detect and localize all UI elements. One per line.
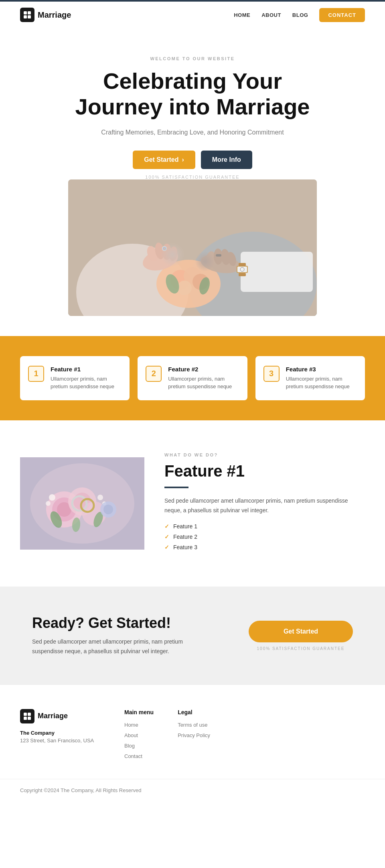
get-started-button[interactable]: Get Started › [133, 151, 195, 169]
svg-rect-4 [68, 179, 317, 316]
svg-point-51 [103, 505, 113, 514]
feature-desc-3: Ullamcorper primis, nam pretium suspendi… [286, 375, 357, 391]
logo-icon [20, 8, 34, 22]
check-icon-2: ✓ [164, 534, 169, 540]
svg-point-22 [205, 251, 216, 267]
footer-legal-heading: Legal [178, 709, 210, 715]
svg-rect-54 [24, 717, 27, 720]
svg-point-18 [168, 246, 178, 261]
footer-address: 123 Street, San Francisco, USA [20, 738, 100, 744]
footer-link-home[interactable]: Home [124, 722, 138, 728]
svg-point-5 [76, 244, 188, 316]
cta-get-started-button[interactable]: Get Started [249, 621, 353, 642]
cta-guarantee: 100% SATISFACTION GUARANTEE [249, 646, 353, 651]
footer-link-terms[interactable]: Terms of use [178, 722, 207, 728]
cta-left: Ready? Get Started! Sed pede ullamcorper… [32, 615, 233, 656]
feature-card-2: 2 Feature #2 Ullamcorper primis, nam pre… [138, 356, 247, 400]
footer-main-menu: Main menu Home About Blog Contact [124, 709, 154, 763]
feature-number-2: 2 [146, 366, 162, 382]
footer-bottom: Copyright ©2024 The Company, All Rights … [0, 779, 385, 801]
svg-point-19 [162, 247, 166, 251]
svg-point-20 [163, 247, 166, 250]
svg-point-8 [170, 270, 190, 290]
feature-card-3: 3 Feature #3 Ullamcorper primis, nam pre… [255, 356, 365, 400]
svg-point-7 [156, 260, 221, 308]
check-icon-3: ✓ [164, 544, 169, 550]
svg-point-43 [49, 494, 55, 501]
svg-rect-26 [216, 254, 221, 257]
svg-point-10 [192, 274, 209, 290]
svg-rect-2 [24, 15, 27, 18]
feature-number-1: 1 [28, 366, 44, 382]
svg-point-14 [140, 245, 180, 274]
hero-buttons: Get Started › More Info [32, 151, 353, 169]
feature-desc-2: Ullamcorper primis, nam pretium suspendi… [168, 375, 239, 391]
nav-logo-text: Marriage [38, 10, 71, 20]
footer-main: Marriage The Company 123 Street, San Fra… [0, 685, 385, 779]
more-info-button[interactable]: More Info [201, 151, 252, 169]
feature-text-3: Feature #3 Ullamcorper primis, nam preti… [286, 366, 357, 391]
copyright-text: Copyright ©2024 The Company, All Rights … [20, 787, 141, 793]
svg-point-44 [46, 501, 51, 506]
hero-title-line2: Journey into Marriage [75, 94, 310, 119]
what-image [20, 457, 144, 550]
arrow-icon: › [182, 156, 184, 163]
hero-description: Crafting Memories, Embracing Love, and H… [32, 129, 353, 136]
nav-contact-button[interactable]: CONTACT [319, 8, 365, 22]
what-list: ✓ Feature 1 ✓ Feature 2 ✓ Feature 3 [164, 523, 365, 550]
svg-rect-53 [28, 713, 31, 716]
svg-rect-1 [28, 11, 31, 14]
cta-right: Get Started 100% SATISFACTION GUARANTEE [249, 621, 353, 651]
svg-rect-32 [239, 273, 246, 276]
what-eyebrow: WHAT DO WE DO? [164, 452, 365, 457]
nav-link-about[interactable]: ABOUT [261, 12, 281, 18]
features-grid: 1 Feature #1 Ullamcorper primis, nam pre… [20, 356, 365, 400]
svg-rect-27 [241, 252, 313, 292]
hero-title-line1: Celebrating Your [103, 68, 282, 94]
footer-link-privacy[interactable]: Privacy Policy [178, 732, 210, 738]
svg-point-30 [240, 267, 244, 271]
feature-title-2: Feature #2 [168, 366, 239, 373]
feature-number-3: 3 [263, 366, 280, 382]
svg-rect-28 [237, 266, 248, 273]
hero-image [68, 179, 317, 316]
svg-point-45 [97, 495, 103, 500]
hero-title: Celebrating Your Journey into Marriage [32, 68, 353, 120]
hero-eyebrow: WELCOME TO OUR WEBSITE [32, 56, 353, 61]
footer-legal: Legal Terms of use Privacy Policy [178, 709, 210, 763]
what-list-item-1: ✓ Feature 1 [164, 523, 365, 530]
svg-rect-29 [237, 267, 247, 272]
footer-company-name: The Company [20, 730, 100, 736]
svg-point-9 [184, 267, 201, 285]
what-section: WHAT DO WE DO? Feature #1 Sed pede ullam… [0, 420, 385, 587]
svg-point-16 [154, 242, 166, 260]
nav-link-blog[interactable]: BLOG [292, 12, 308, 18]
what-title: Feature #1 [164, 462, 365, 480]
what-list-item-3: ✓ Feature 3 [164, 544, 365, 550]
svg-point-13 [198, 276, 212, 295]
navbar: Marriage HOME ABOUT BLOG CONTACT [0, 0, 385, 28]
svg-rect-0 [24, 11, 27, 14]
check-icon-1: ✓ [164, 523, 169, 530]
footer-link-blog[interactable]: Blog [124, 743, 135, 749]
feature-text-2: Feature #2 Ullamcorper primis, nam preti… [168, 366, 239, 391]
nav-logo[interactable]: Marriage [20, 8, 71, 22]
svg-rect-55 [28, 717, 31, 720]
features-section: 1 Feature #1 Ullamcorper primis, nam pre… [0, 336, 385, 420]
what-content: WHAT DO WE DO? Feature #1 Sed pede ullam… [164, 452, 365, 555]
svg-point-21 [199, 251, 242, 276]
what-list-label-1: Feature 1 [173, 523, 197, 530]
footer-logo-icon [20, 709, 34, 723]
what-list-label-3: Feature 3 [173, 544, 197, 550]
svg-point-15 [145, 245, 160, 263]
nav-link-home[interactable]: HOME [234, 12, 250, 18]
what-description: Sed pede ullamcorper amet ullamcorper pr… [164, 496, 365, 516]
footer-link-contact[interactable]: Contact [124, 753, 142, 759]
feature-card-1: 1 Feature #1 Ullamcorper primis, nam pre… [20, 356, 130, 400]
cta-title: Ready? Get Started! [32, 615, 233, 632]
feature-title-3: Feature #3 [286, 366, 357, 373]
svg-point-17 [162, 244, 171, 260]
svg-rect-3 [28, 15, 31, 18]
what-divider [164, 487, 188, 488]
footer-link-about[interactable]: About [124, 732, 138, 738]
